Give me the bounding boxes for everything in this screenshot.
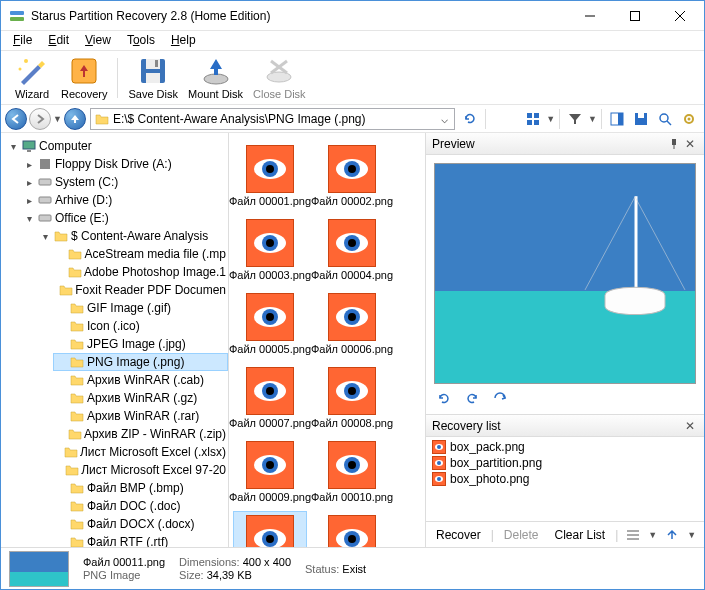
recovery-close-icon[interactable]: ✕	[682, 419, 698, 433]
closedisk-button[interactable]: Close Disk	[249, 53, 310, 102]
svg-rect-34	[39, 215, 51, 221]
recovery-button[interactable]: Recovery	[57, 53, 111, 102]
tree-item[interactable]: Icon (.ico)	[53, 317, 228, 335]
file-item[interactable]: Файл 00002.png	[315, 141, 389, 211]
recovery-item[interactable]: box_photo.png	[432, 471, 698, 487]
filter-button[interactable]	[564, 108, 586, 130]
tree-item[interactable]: Архив WinRAR (.cab)	[53, 371, 228, 389]
tree-item[interactable]: Архив WinRAR (.gz)	[53, 389, 228, 407]
status-thumbnail	[9, 551, 69, 587]
file-item[interactable]: Файл 00010.png	[315, 437, 389, 507]
status-filetype: PNG Image	[83, 569, 165, 581]
preview-pane-button[interactable]	[606, 108, 628, 130]
tree-item[interactable]: Лист Microsoft Excel 97-20	[53, 461, 228, 479]
recovery-item[interactable]: box_partition.png	[432, 455, 698, 471]
window-title: Starus Partition Recovery 2.8 (Home Edit…	[31, 9, 567, 23]
tree-arhive[interactable]: ▸Arhive (D:)	[21, 191, 228, 209]
address-bar[interactable]: ⌵	[90, 108, 455, 130]
wizard-button[interactable]: Wizard	[9, 53, 55, 102]
save-button[interactable]	[630, 108, 652, 130]
tree-item[interactable]: Файл BMP (.bmp)	[53, 479, 228, 497]
tree-item[interactable]: Adobe Photoshop Image.1	[53, 263, 228, 281]
recovery-icon	[68, 55, 100, 87]
tree-item[interactable]: Файл DOC (.doc)	[53, 497, 228, 515]
nav-separator-2	[559, 109, 560, 129]
tree-item[interactable]: Лист Microsoft Excel (.xlsx)	[53, 443, 228, 461]
tree-item[interactable]: GIF Image (.gif)	[53, 299, 228, 317]
file-thumb	[328, 441, 376, 489]
menu-tools[interactable]: Tools	[119, 31, 163, 50]
tree-item[interactable]: Foxit Reader PDF Documen	[53, 281, 228, 299]
savedisk-button[interactable]: Save Disk	[124, 53, 182, 102]
preview-pin-icon[interactable]	[666, 139, 682, 149]
menu-help[interactable]: Help	[163, 31, 204, 50]
file-item[interactable]: Файл 00004.png	[315, 215, 389, 285]
file-item[interactable]: Файл 00008.png	[315, 363, 389, 433]
svg-rect-31	[40, 159, 50, 169]
file-item[interactable]: Файл 00012.png	[315, 511, 389, 547]
rotate-180-button[interactable]	[492, 390, 510, 406]
file-item-selected[interactable]: Файл 00011.png	[233, 511, 307, 547]
closedisk-label: Close Disk	[253, 88, 306, 100]
tree-item[interactable]: Архив WinRAR (.rar)	[53, 407, 228, 425]
main-area: ▾Computer ▸Floppy Disk Drive (A:) ▸Syste…	[1, 133, 704, 547]
views-dropdown[interactable]: ▼	[546, 114, 555, 124]
file-item[interactable]: Файл 00001.png	[233, 141, 307, 211]
tree-item[interactable]: Файл DOCX (.docx)	[53, 515, 228, 533]
nav-history-dropdown[interactable]: ▼	[53, 114, 62, 124]
menu-file[interactable]: FFileile	[5, 31, 40, 50]
clearlist-button[interactable]: Clear List	[549, 526, 612, 544]
tree-system[interactable]: ▸System (C:)	[21, 173, 228, 191]
file-item[interactable]: Файл 00009.png	[233, 437, 307, 507]
file-item[interactable]: Файл 00005.png	[233, 289, 307, 359]
search-button[interactable]	[654, 108, 676, 130]
tree-caa[interactable]: ▾$ Content-Aware Analysis	[37, 227, 228, 245]
refresh-button[interactable]	[459, 108, 481, 130]
savedisk-label: Save Disk	[128, 88, 178, 100]
computer-icon	[21, 138, 37, 154]
rec-add-button[interactable]	[661, 524, 683, 546]
tree-item[interactable]: Архив ZIP - WinRAR (.zip)	[53, 425, 228, 443]
file-grid[interactable]: Файл 00001.png Файл 00002.png Файл 00003…	[229, 133, 425, 547]
tree-office[interactable]: ▾Office (E:)	[21, 209, 228, 227]
tree-item[interactable]: Файл RTF (.rtf)	[53, 533, 228, 547]
menu-view[interactable]: View	[77, 31, 119, 50]
tree-item-png[interactable]: PNG Image (.png)	[53, 353, 228, 371]
tree-item[interactable]: JPEG Image (.jpg)	[53, 335, 228, 353]
mountdisk-button[interactable]: Mount Disk	[184, 53, 247, 102]
path-input[interactable]	[113, 112, 439, 126]
nav-forward-button[interactable]	[29, 108, 51, 130]
menu-edit[interactable]: Edit	[40, 31, 77, 50]
rotate-right-button[interactable]	[464, 390, 482, 406]
file-item[interactable]: Файл 00006.png	[315, 289, 389, 359]
file-item[interactable]: Файл 00007.png	[233, 363, 307, 433]
tree-computer[interactable]: ▾Computer	[5, 137, 228, 155]
delete-button[interactable]: Delete	[498, 526, 545, 544]
folder-icon	[95, 113, 109, 125]
options-button[interactable]	[678, 108, 700, 130]
recover-button[interactable]: Recover	[430, 526, 487, 544]
nav-back-button[interactable]	[5, 108, 27, 130]
filter-dropdown[interactable]: ▼	[588, 114, 597, 124]
minimize-button[interactable]	[567, 1, 612, 30]
svg-rect-0	[10, 11, 24, 15]
folder-tree[interactable]: ▾Computer ▸Floppy Disk Drive (A:) ▸Syste…	[1, 133, 229, 547]
recovery-list[interactable]: box_pack.png box_partition.png box_photo…	[426, 437, 704, 521]
views-button[interactable]	[522, 108, 544, 130]
path-dropdown[interactable]: ⌵	[439, 112, 450, 126]
recovery-panel: Recovery list ✕ box_pack.png box_partiti…	[426, 415, 704, 547]
rec-view-button[interactable]	[622, 524, 644, 546]
recovery-item[interactable]: box_pack.png	[432, 439, 698, 455]
nav-up-button[interactable]	[64, 108, 86, 130]
svg-rect-24	[638, 113, 644, 118]
rec-view-dropdown[interactable]: ▼	[648, 530, 657, 540]
tree-item[interactable]: AceStream media file (.mp	[53, 245, 228, 263]
maximize-button[interactable]	[612, 1, 657, 30]
file-item[interactable]: Файл 00003.png	[233, 215, 307, 285]
rotate-left-button[interactable]	[436, 390, 454, 406]
tree-floppy[interactable]: ▸Floppy Disk Drive (A:)	[21, 155, 228, 173]
preview-close-icon[interactable]: ✕	[682, 137, 698, 151]
svg-point-6	[24, 59, 28, 63]
rec-add-dropdown[interactable]: ▼	[687, 530, 696, 540]
close-button[interactable]	[657, 1, 702, 30]
